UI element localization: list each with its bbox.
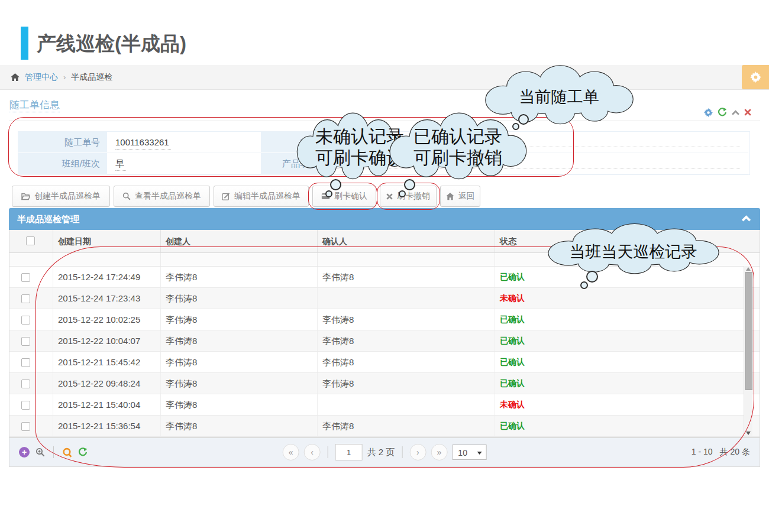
callout-current-order-cloud: 当前随工单: [473, 69, 645, 124]
header-creator[interactable]: 创建人: [160, 230, 317, 252]
callout-current-order-text: 当前随工单: [473, 86, 645, 108]
header-confirmer[interactable]: 确认人: [317, 230, 495, 252]
cell-creator: 李伟涛8: [160, 267, 317, 287]
cell-status: 已确认: [495, 416, 760, 436]
breadcrumb: 管理中心 › 半成品巡检: [11, 65, 112, 89]
page-title: 产线巡检(半成品): [37, 31, 186, 57]
cell-create-date: 2015-12-22 10:04:07: [53, 330, 160, 351]
row-checkbox-cell: [9, 416, 53, 436]
row-checkbox-cell: [9, 288, 53, 309]
pagination-controls: « ‹ 共 2 页 › » 10: [283, 437, 487, 467]
cell-confirmer: 李伟涛8: [317, 416, 495, 436]
row-checkbox-cell: [9, 309, 53, 330]
row-checkbox-cell: [9, 373, 53, 394]
grid-collapse-icon[interactable]: [742, 215, 751, 222]
row-checkbox-cell: [9, 330, 53, 351]
panel-refresh-icon[interactable]: [718, 108, 727, 117]
cell-creator: 李伟涛8: [160, 416, 317, 436]
cell-confirmer: 李伟涛8: [317, 267, 495, 287]
select-all-checkbox[interactable]: [26, 236, 35, 245]
field-value-shift[interactable]: 早: [107, 153, 261, 174]
table-row[interactable]: 2015-12-22 10:02:25李伟涛8李伟涛8已确认: [9, 309, 760, 330]
cell-creator: 李伟涛8: [160, 352, 317, 372]
last-page-button[interactable]: »: [431, 444, 447, 460]
next-page-button[interactable]: ›: [409, 444, 426, 460]
row-checkbox[interactable]: [21, 379, 30, 388]
cell-create-date: 2015-12-21 15:45:42: [53, 352, 160, 372]
callout-shift-records-text: 当班当天巡检记录: [534, 241, 732, 262]
table-row[interactable]: 2015-12-21 15:45:42李伟涛8李伟涛8已确认: [9, 352, 760, 373]
table-row[interactable]: 2015-12-22 09:48:24李伟涛8李伟涛8已确认: [9, 373, 760, 394]
card-confirm-button[interactable]: 刷卡确认: [312, 186, 376, 207]
record-range: 1 - 10: [692, 447, 713, 458]
row-checkbox[interactable]: [21, 358, 30, 367]
row-checkbox[interactable]: [21, 273, 30, 282]
row-checkbox[interactable]: [21, 316, 30, 325]
panel-gear-icon[interactable]: [704, 108, 713, 117]
callout-tail: [325, 190, 332, 197]
create-inspection-button[interactable]: 创建半成品巡检单: [12, 186, 110, 207]
cell-create-date: 2015-12-21 15:36:54: [53, 416, 160, 436]
field-value-workorder-no[interactable]: 10011633261: [107, 132, 261, 153]
field-label-workorder-no: 随工单号: [18, 132, 107, 153]
home-icon[interactable]: [11, 73, 20, 82]
row-checkbox-cell: [9, 352, 53, 372]
chevron-down-icon: [477, 452, 482, 455]
cell-confirmer: 李伟涛8: [317, 352, 495, 372]
settings-button[interactable]: [742, 65, 769, 89]
app-window: 产线巡检(半成品) 管理中心 › 半成品巡检 随工单信息: [0, 0, 769, 532]
cell-status: 已确认: [495, 373, 760, 394]
search-icon: [122, 192, 131, 200]
table-row[interactable]: 2015-12-22 10:04:07李伟涛8李伟涛8已确认: [9, 330, 760, 352]
scroll-up-icon[interactable]: [746, 267, 751, 271]
folder-open-icon: [21, 193, 30, 200]
breadcrumb-section[interactable]: 管理中心: [25, 72, 58, 83]
refresh-icon[interactable]: [78, 447, 88, 457]
zoom-in-icon[interactable]: [35, 447, 45, 457]
scrollbar-thumb[interactable]: [745, 272, 752, 390]
vertical-scrollbar[interactable]: [744, 266, 752, 436]
breadcrumb-separator: ›: [63, 73, 66, 82]
callout-tail: [512, 123, 519, 130]
callout-tail: [518, 114, 529, 125]
table-row[interactable]: 2015-12-21 15:40:04李伟涛8未确认: [9, 394, 760, 416]
cell-status: 未确认: [495, 394, 760, 415]
panel-close-icon[interactable]: [744, 109, 751, 116]
workorder-section-title: 随工单信息: [9, 98, 60, 112]
view-inspection-button[interactable]: 查看半成品巡检单: [114, 186, 210, 207]
row-checkbox[interactable]: [21, 401, 30, 410]
cell-status: 已确认: [495, 309, 760, 330]
add-icon[interactable]: +: [19, 447, 30, 458]
field-label-shift: 班组/班次: [18, 153, 107, 174]
callout-tail: [404, 179, 415, 190]
page-number-input[interactable]: [335, 444, 363, 460]
first-page-button[interactable]: «: [283, 444, 299, 460]
panel-collapse-icon[interactable]: [732, 110, 739, 115]
callout-tail: [580, 281, 588, 289]
page-size-select[interactable]: 10: [452, 445, 486, 460]
edit-icon: [222, 192, 230, 200]
grid-title: 半成品巡检管理: [17, 208, 79, 230]
edit-inspection-button[interactable]: 编辑半成品巡检单: [214, 186, 309, 207]
row-checkbox[interactable]: [21, 337, 30, 346]
row-checkbox[interactable]: [21, 422, 30, 431]
back-button[interactable]: 返回: [440, 186, 480, 207]
cell-confirmer: 李伟涛8: [317, 373, 495, 394]
scroll-down-icon[interactable]: [746, 432, 751, 435]
search-records-icon[interactable]: [62, 447, 72, 458]
cell-create-date: 2015-12-24 17:23:43: [53, 288, 160, 309]
header-create-date[interactable]: 创建日期: [53, 230, 160, 252]
record-total: 共 20 条: [720, 447, 750, 458]
row-checkbox[interactable]: [21, 294, 30, 303]
cell-confirmer: [317, 288, 495, 309]
cell-confirmer: 李伟涛8: [317, 330, 495, 351]
cell-create-date: 2015-12-21 15:40:04: [53, 394, 160, 415]
callout-tail: [586, 271, 598, 283]
cell-creator: 李伟涛8: [160, 288, 317, 309]
table-row[interactable]: 2015-12-24 17:23:43李伟涛8未确认: [9, 288, 760, 309]
table-body: 2015-12-24 17:24:49李伟涛8李伟涛8已确认2015-12-24…: [9, 267, 760, 437]
row-checkbox-cell: [9, 267, 53, 287]
prev-page-button[interactable]: ‹: [304, 444, 321, 460]
callout-tail: [330, 179, 341, 190]
table-row[interactable]: 2015-12-21 15:36:54李伟涛8李伟涛8已确认: [9, 416, 760, 437]
